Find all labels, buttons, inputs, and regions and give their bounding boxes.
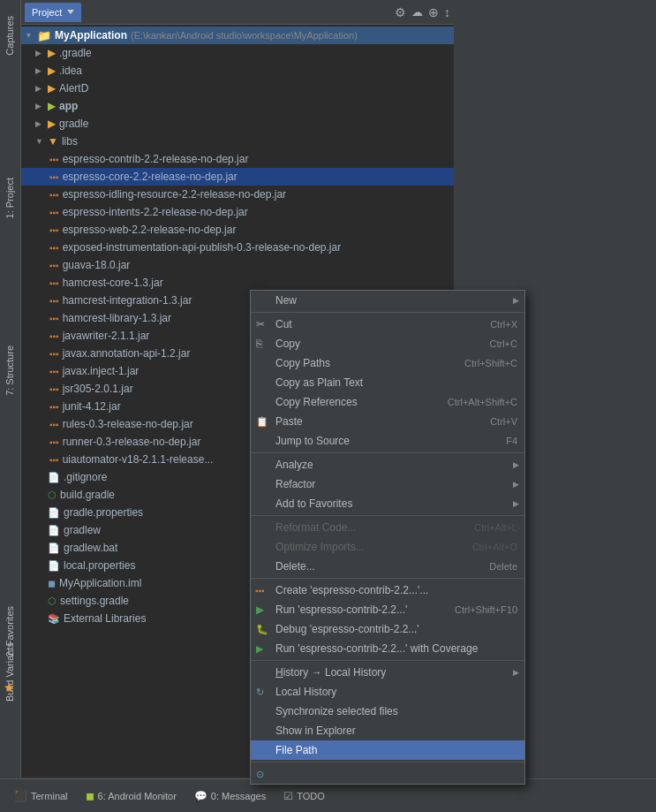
menu-item-label: Copy (275, 338, 300, 350)
gradle-green-icon: ⬡ (48, 489, 57, 501)
menu-item-shortcut: Ctrl+Shift+F10 (455, 604, 517, 615)
properties-icon: 📄 (48, 507, 60, 519)
tree-item[interactable]: ▪▪▪ exposed-instrumentation-api-publish-… (21, 239, 454, 256)
tree-item[interactable]: ▶ ▶ .idea (21, 62, 454, 80)
android-monitor-label: 6: Android Monitor (98, 791, 177, 801)
menu-item-label: Run 'espresso-contrib-2.2...' (275, 603, 407, 616)
menu-item-jump-source[interactable]: Jump to Source F4 (251, 431, 524, 451)
tree-item-label: MyApplication.iml (59, 577, 141, 589)
menu-item-shortcut: Ctrl+Alt+O (472, 542, 517, 552)
messages-label: 0: Messages (211, 791, 266, 801)
tree-item-label: local.properties (64, 559, 135, 572)
todo-tab[interactable]: ☑ TODO (276, 786, 332, 806)
structure-tab[interactable]: 7: Structure (0, 340, 19, 401)
captures-tab[interactable]: Captures (0, 11, 19, 61)
menu-item-optimize[interactable]: Optimize Imports... Ctrl+Alt+O (251, 537, 524, 557)
file-icon: 📄 (48, 543, 60, 554)
menu-item-reformat[interactable]: Reformat Code... Ctrl+Alt+L (251, 518, 524, 537)
menu-separator (251, 312, 524, 313)
tree-item-label: hamcrest-core-1.3.jar (63, 277, 163, 289)
menu-item-create-gist[interactable]: ⊙ (251, 764, 524, 784)
tree-item-label: gradlew.bat (64, 542, 117, 554)
menu-item-label: Jump to Source (275, 435, 350, 447)
tree-item-label: espresso-idling-resource-2.2-release-no-… (63, 188, 286, 201)
tree-item-label: jsr305-2.0.1.jar (63, 383, 133, 395)
android-monitor-tab[interactable]: ◼ 6: Android Monitor (79, 786, 184, 806)
submenu-arrow-icon: ▶ (513, 480, 519, 489)
menu-item-copy-plain[interactable]: Copy as Plain Text (251, 373, 524, 392)
submenu-arrow-icon: ▶ (513, 668, 519, 677)
settings-icon[interactable]: ⚙ (395, 5, 406, 19)
terminal-tab[interactable]: ⬛ Terminal (7, 786, 75, 806)
menu-item-favorites[interactable]: Add to Favorites ▶ (251, 494, 524, 513)
tree-item-label: .gitignore (64, 471, 107, 483)
menu-item-file-path[interactable]: Show in Explorer (251, 721, 524, 740)
tree-item-label: app (59, 100, 78, 112)
arrow-icon: ▶ (35, 66, 46, 75)
tree-item[interactable]: ▶ ▶ app (21, 97, 454, 115)
project-tab[interactable]: 1: Project (0, 172, 19, 224)
menu-item-run-espresso[interactable]: ▶ Run 'espresso-contrib-2.2...' Ctrl+Shi… (251, 600, 524, 619)
tree-item-label: External Libraries (64, 612, 146, 625)
menu-item-label: Create 'espresso-contrib-2.2...'... (275, 584, 428, 596)
menu-item-copy-references[interactable]: Copy References Ctrl+Alt+Shift+C (251, 392, 524, 412)
menu-item-label: Optimize Imports... (275, 541, 365, 553)
menu-item-run-coverage[interactable]: ▶ Run 'espresso-contrib-2.2...' with Cov… (251, 639, 524, 658)
tree-item-label: hamcrest-integration-1.3.jar (63, 294, 192, 307)
tree-item-label: libs (62, 135, 78, 148)
tree-item[interactable]: ▶ ▶ gradle (21, 115, 454, 133)
menu-item-copy[interactable]: ⎘ Copy Ctrl+C (251, 334, 524, 353)
menu-item-show-explorer[interactable]: Synchronize selected files (251, 702, 524, 721)
menu-item-label: Add to Favorites (275, 497, 352, 510)
menu-item-new[interactable]: New ▶ (251, 291, 524, 310)
arrow-icon: ▶ (35, 84, 46, 93)
jar-icon: ▪▪▪ (49, 402, 59, 412)
tree-item[interactable]: ▪▪▪ hamcrest-core-1.3.jar (21, 274, 454, 292)
tree-item[interactable]: ▶ ▶ AlertD (21, 80, 454, 97)
menu-item-create-espresso[interactable]: ▪▪▪ Create 'espresso-contrib-2.2...'... (251, 581, 524, 600)
menu-item-label: Cut (275, 318, 292, 330)
scissors-icon: ✂ (256, 318, 265, 330)
menu-separator (251, 578, 524, 579)
messages-tab[interactable]: 💬 0: Messages (187, 786, 273, 806)
tree-item[interactable]: ▶ ▶ .gradle (21, 44, 454, 62)
build-variants-tab[interactable]: Build Variants (0, 637, 19, 707)
tree-item[interactable]: ▪▪▪ espresso-web-2.2-release-no-dep.jar (21, 221, 454, 239)
tree-item-label: junit-4.12.jar (63, 400, 121, 413)
folder-icon: ▶ (48, 82, 56, 95)
android-folder-icon: ▶ (48, 100, 56, 112)
cloud-icon[interactable]: ☁ (411, 5, 423, 19)
tree-item-label: MyApplication (55, 29, 127, 42)
menu-item-refactor[interactable]: Refactor ▶ (251, 474, 524, 494)
tree-item-label: build.gradle (60, 489, 115, 501)
menu-item-delete[interactable]: Delete... Delete (251, 557, 524, 576)
tree-item-label: settings.gradle (60, 595, 129, 607)
tree-item[interactable]: ▼ 📁 MyApplication (E:\kankan\Android stu… (21, 27, 454, 44)
sort-icon[interactable]: ↕ (444, 5, 450, 19)
tree-item[interactable]: ▪▪▪ espresso-contrib-2.2-release-no-dep.… (21, 150, 454, 168)
tree-item[interactable]: ▪▪▪ espresso-idling-resource-2.2-release… (21, 186, 454, 203)
menu-item-shortcut: Ctrl+Shift+C (464, 358, 517, 368)
menu-item-synchronize[interactable]: ↻ Local History (251, 682, 524, 702)
menu-item-debug-espresso[interactable]: 🐛 Debug 'espresso-contrib-2.2...' (251, 619, 524, 639)
tree-item-label: .idea (59, 65, 82, 77)
panel-dropdown-arrow[interactable] (67, 10, 74, 14)
tree-item[interactable]: ▪▪▪ espresso-intents-2.2-release-no-dep.… (21, 203, 454, 221)
menu-item-shortcut: Ctrl+Alt+Shift+C (448, 397, 517, 407)
menu-item-add-library[interactable]: File Path (251, 740, 524, 760)
messages-icon: 💬 (194, 790, 207, 802)
menu-item-paste[interactable]: 📋 Paste Ctrl+V (251, 412, 524, 431)
plus-icon[interactable]: ⊕ (428, 5, 439, 19)
menu-item-label: Delete... (275, 560, 315, 573)
menu-item-analyze[interactable]: Analyze ▶ (251, 455, 524, 474)
panel-title-tab[interactable]: Project (25, 3, 81, 22)
tree-item[interactable]: ▪▪▪ espresso-core-2.2-release-no-dep.jar (21, 168, 454, 186)
tree-item[interactable]: ▼ ▼ libs (21, 133, 454, 150)
menu-item-copy-paths[interactable]: Copy Paths Ctrl+Shift+C (251, 353, 524, 373)
tree-item-label: espresso-contrib-2.2-release-no-dep.jar (63, 153, 249, 165)
menu-item-shortcut: Ctrl+Alt+L (474, 522, 517, 533)
tree-item[interactable]: ▪▪▪ guava-18.0.jar (21, 256, 454, 274)
menu-item-cut[interactable]: ✂ Cut Ctrl+X (251, 315, 524, 334)
panel-toolbar: ⚙ ☁ ⊕ ↕ (395, 5, 450, 19)
menu-item-local-history[interactable]: History → Local History ▶ (251, 663, 524, 682)
